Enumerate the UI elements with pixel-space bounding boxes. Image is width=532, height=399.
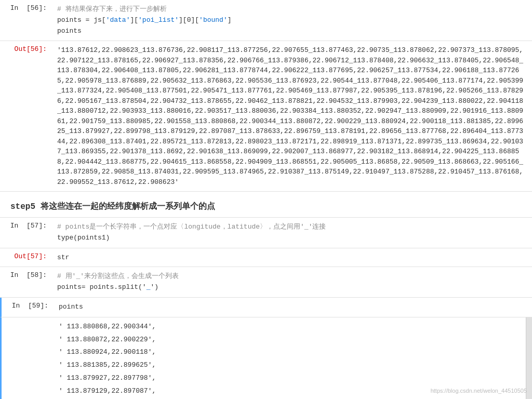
cell-57-input: In [57]: # points是一个长字符串，一个点对应〈longitude… — [0, 218, 532, 248]
cell-57-num: 57 — [31, 222, 39, 230]
notebook-container: In [56]: # 将结果保存下来，进行下一步解析 points = js['… — [0, 0, 532, 399]
watermark: https://blog.csdn.net/welon_44510505 — [431, 388, 527, 394]
cell-56-output-text: '113.87612,22.908623_113.876736,22.90811… — [57, 45, 527, 187]
comment-57-1: # points是一个长字符串，一个点对应〈longitude，latitude… — [57, 223, 326, 231]
cell-57-output-label: Out[57]: — [0, 248, 52, 267]
cell-59-output-content[interactable]: ' 113.880868,22.900344', ' 113.880872,22… — [54, 317, 532, 399]
in-label-num: 56 — [31, 4, 39, 12]
cell-57-output: Out[57]: str — [0, 248, 532, 268]
output-item-4: ' 113.881385,22.899625', — [59, 359, 527, 372]
out-label-text: Out[56]: — [15, 45, 47, 53]
cell-56-input-label: In [56]: — [0, 0, 52, 41]
cell-57-input-label: In [57]: — [0, 218, 52, 248]
output-item-2: ' 113.880872,22.900229', — [59, 334, 527, 347]
cell-56-output: Out[56]: '113.87612,22.908623_113.876736… — [0, 41, 532, 192]
cell-56-output-content: '113.87612,22.908623_113.876736,22.90811… — [52, 41, 532, 191]
cell-59-input-label: In [59]: — [2, 298, 54, 317]
output-item-1: ' 113.880868,22.900344', — [59, 321, 527, 334]
scrollbar[interactable] — [526, 317, 532, 399]
cell-56-output-label: Out[56]: — [0, 41, 52, 191]
comment-58-1: # 用'_'来分割这些点，会生成一个列表 — [57, 272, 179, 280]
in-label-text: In — [10, 4, 19, 12]
cell-58-input-content[interactable]: # 用'_'来分割这些点，会生成一个列表 points= points.spli… — [52, 267, 532, 297]
cell-57-input-content[interactable]: # points是一个长字符串，一个点对应〈longitude，latitude… — [52, 218, 532, 248]
cell-59-output: ' 113.880868,22.900344', ' 113.880872,22… — [0, 317, 532, 399]
code-58-2: points= points.split('_') — [57, 283, 158, 291]
cell-59-input-content[interactable]: points — [54, 298, 532, 317]
section-header-text: step5 将这些连在一起的经纬度解析成一系列单个的点 — [10, 202, 215, 211]
comment-56-1: # 将结果保存下来，进行下一步解析 — [57, 5, 167, 13]
code-57-2: type(points1) — [57, 234, 110, 242]
cell-56-input-content[interactable]: # 将结果保存下来，进行下一步解析 points = js['data']['p… — [52, 0, 532, 41]
output-item-3: ' 113.880924,22.900118', — [59, 346, 527, 359]
cell-57-output-content: str — [52, 248, 532, 267]
code-59-1: points — [59, 303, 83, 311]
code-56-3: points — [57, 27, 82, 35]
cell-56-input: In [56]: # 将结果保存下来，进行下一步解析 points = js['… — [0, 0, 532, 41]
code-56-2: points = js['data']['poi_list'][0]['boun… — [57, 16, 232, 24]
cell-59-num: 59 — [32, 302, 41, 310]
cell-59-input: In [59]: points — [0, 298, 532, 317]
section-header-5: step5 将这些连在一起的经纬度解析成一系列单个的点 — [0, 192, 532, 218]
cell-57-output-text: str — [57, 254, 69, 261]
out-57-label-text: Out[57]: — [15, 252, 47, 260]
output-item-5: ' 113.879927,22.897798', — [59, 372, 527, 385]
cell-58-num: 58 — [31, 271, 39, 279]
cell-58-input: In [58]: # 用'_'来分割这些点，会生成一个列表 points= po… — [0, 267, 532, 298]
cell-58-input-label: In [58]: — [0, 267, 52, 297]
cell-59-output-label — [2, 317, 54, 399]
